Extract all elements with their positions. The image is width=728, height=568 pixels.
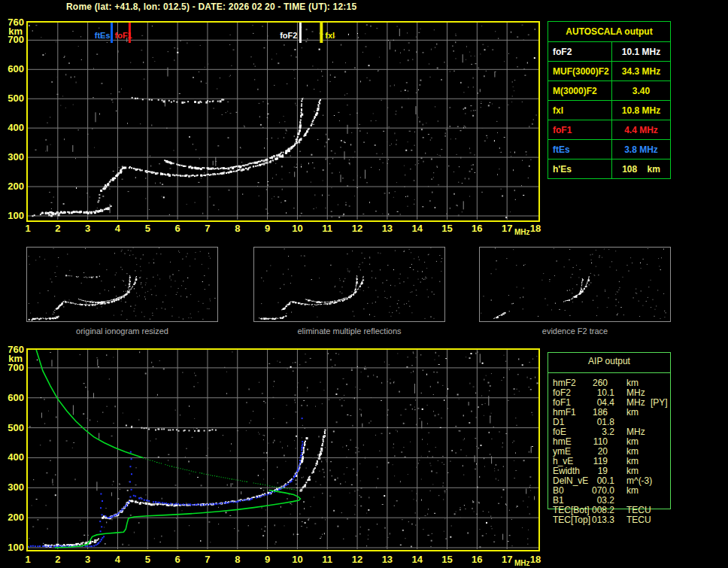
svg-text:fxI: fxI — [325, 31, 335, 40]
autoscala-row-fof2: foF210.1 MHz — [548, 41, 670, 61]
parameter-value: 3.40 — [611, 81, 670, 100]
svg-text:2: 2 — [55, 554, 60, 565]
parameter-label: fxI — [553, 105, 563, 116]
svg-text:MHz: MHz — [514, 228, 530, 236]
svg-text:14: 14 — [411, 223, 423, 234]
svg-text:9: 9 — [265, 554, 270, 565]
svg-text:13: 13 — [382, 554, 393, 565]
svg-text:foF1: foF1 — [115, 31, 132, 40]
svg-text:8: 8 — [235, 554, 240, 565]
autoscala-row-m3000f2: M(3000)F23.40 — [548, 80, 670, 100]
parameter-value: 4.4 MHz — [611, 120, 670, 139]
svg-text:17: 17 — [502, 554, 512, 565]
autoscala-row-ftes: ftEs3.8 MHz — [548, 139, 670, 159]
svg-text:11: 11 — [322, 223, 332, 234]
svg-text:2: 2 — [55, 223, 60, 234]
svg-text:300: 300 — [8, 151, 24, 163]
thumbnail-caption-original: original ionogram resized — [26, 327, 218, 336]
aip-output-table: AIP output hmF2260kmfoF210.1MHzfoF104.4M… — [548, 352, 671, 509]
svg-text:12: 12 — [352, 554, 362, 565]
parameter-value: 013.3 — [548, 515, 614, 525]
svg-text:8: 8 — [235, 223, 240, 234]
parameter-value: 10.1 MHz — [611, 42, 670, 61]
page-title: Rome (lat: +41.8, lon: 012.5) - DATE: 20… — [66, 2, 356, 12]
svg-text:15: 15 — [441, 223, 452, 234]
svg-text:15: 15 — [441, 554, 452, 565]
parameter-label: foF2 — [553, 47, 572, 57]
svg-text:4: 4 — [115, 223, 121, 234]
aip-header-divider — [548, 372, 670, 373]
svg-text:200: 200 — [8, 512, 24, 523]
svg-text:1: 1 — [25, 554, 30, 565]
ionogram-plot-top: ftEsfoF1foF2fxI1234567891011121314151617… — [0, 15, 553, 241]
svg-text:7: 7 — [205, 223, 210, 234]
svg-text:MHz: MHz — [514, 559, 530, 567]
svg-text:3: 3 — [85, 223, 90, 234]
svg-text:100: 100 — [8, 210, 24, 221]
svg-text:12: 12 — [352, 223, 362, 234]
svg-text:200: 200 — [8, 181, 24, 192]
autoscala-row-muf3000f2: MUF(3000)F234.3 MHz — [548, 61, 670, 80]
svg-text:5: 5 — [145, 554, 150, 565]
svg-text:7: 7 — [205, 554, 210, 565]
parameter-value: 108 km — [611, 159, 670, 178]
svg-text:100: 100 — [8, 542, 24, 553]
autoscala-row-fxi: fxI10.8 MHz — [548, 100, 670, 120]
autoscala-row-fof1: foF14.4 MHz — [548, 120, 670, 139]
svg-text:4: 4 — [115, 554, 121, 565]
svg-text:6: 6 — [175, 223, 180, 234]
svg-text:5: 5 — [145, 223, 150, 234]
svg-text:km: km — [8, 26, 23, 37]
thumbnail-original-ionogram — [26, 247, 218, 322]
autoscala-output-table: AUTOSCALA output foF210.1 MHzMUF(3000)F2… — [548, 21, 671, 179]
svg-text:500: 500 — [8, 422, 24, 433]
parameter-label: ftEs — [553, 144, 570, 155]
autoscala-table-header: AUTOSCALA output — [548, 22, 670, 41]
svg-text:16: 16 — [472, 223, 482, 234]
svg-text:18: 18 — [530, 554, 541, 565]
autoscala-row-hes: h'Es108 km — [548, 159, 670, 178]
thumbnail-caption-evidence: evidence F2 trace — [479, 327, 671, 336]
svg-text:13: 13 — [382, 223, 393, 234]
svg-text:16: 16 — [472, 554, 482, 565]
autoscala-screen: Rome (lat: +41.8, lon: 012.5) - DATE: 20… — [0, 0, 728, 568]
parameter-unit: TECU — [626, 515, 651, 525]
svg-text:km: km — [8, 353, 23, 364]
svg-text:17: 17 — [502, 223, 512, 234]
aip-table-header: AIP output — [548, 356, 670, 366]
svg-text:3: 3 — [85, 554, 90, 565]
parameter-label: MUF(3000)F2 — [553, 66, 609, 77]
svg-text:500: 500 — [8, 93, 24, 104]
aip-row-tectop: TEC[Top]013.3TECU — [548, 515, 670, 525]
thumbnail-eliminate-reflections — [253, 247, 445, 322]
svg-text:1: 1 — [25, 223, 30, 234]
parameter-flag: [PY] — [651, 398, 668, 408]
thumbnail-caption-eliminate: eliminate multiple reflections — [253, 327, 445, 336]
svg-text:400: 400 — [8, 122, 24, 133]
svg-text:11: 11 — [322, 554, 332, 565]
parameter-value: 34.3 MHz — [611, 62, 670, 80]
svg-text:14: 14 — [411, 554, 423, 565]
svg-text:foF2: foF2 — [280, 31, 297, 40]
svg-text:18: 18 — [530, 223, 541, 234]
parameter-label: foF1 — [553, 125, 572, 135]
svg-text:10: 10 — [292, 554, 302, 565]
parameter-label: h'Es — [553, 164, 572, 175]
ionogram-plot-bottom: 123456789101112131415161718MHz1002003004… — [0, 342, 553, 568]
parameter-value: 10.8 MHz — [611, 101, 670, 120]
parameter-label: M(3000)F2 — [553, 86, 597, 96]
svg-text:6: 6 — [175, 554, 180, 565]
svg-text:300: 300 — [8, 481, 24, 493]
svg-text:600: 600 — [8, 63, 24, 74]
svg-text:400: 400 — [8, 451, 24, 463]
parameter-value: 3.8 MHz — [611, 140, 670, 159]
thumbnail-evidence-f2-trace — [479, 247, 671, 322]
parameter-unit: km — [626, 408, 639, 418]
parameter-unit: km — [626, 486, 639, 496]
svg-text:ftEs: ftEs — [95, 31, 111, 40]
svg-text:10: 10 — [292, 223, 302, 234]
svg-text:600: 600 — [8, 392, 24, 403]
svg-text:9: 9 — [265, 223, 270, 234]
